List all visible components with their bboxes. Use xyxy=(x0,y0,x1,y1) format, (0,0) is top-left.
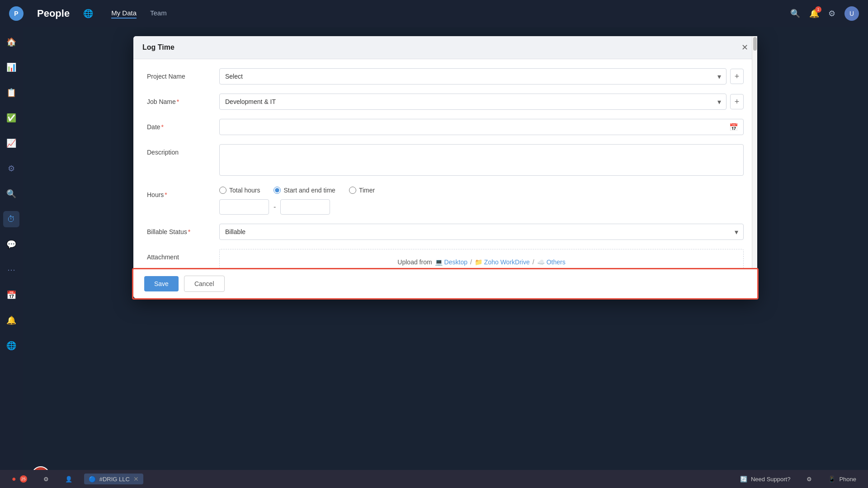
taskbar-settings[interactable]: ⚙ xyxy=(39,474,53,484)
cancel-button[interactable]: Cancel xyxy=(184,276,225,292)
sidebar-icon-analytics[interactable]: 📊 xyxy=(3,59,19,75)
attachment-row: Attachment Upload from 💻 Desktop / xyxy=(147,249,744,269)
start-end-radio[interactable] xyxy=(274,187,281,194)
sidebar-icon-timelog[interactable]: ⏱ xyxy=(3,211,19,227)
taskbar: ● 25 ⚙ 👤 🔵 #DRIG LLC ✕ 🔄 Need Support? ⚙… xyxy=(0,470,868,488)
sidebar-icon-notifications[interactable]: 🔔 xyxy=(3,312,19,328)
description-row: Description xyxy=(147,144,744,178)
total-hours-option[interactable]: Total hours xyxy=(219,187,260,194)
sidebar-icon-chat[interactable]: 💬 xyxy=(3,236,19,253)
calendar-icon[interactable]: 📅 xyxy=(729,123,738,131)
billable-required-star: * xyxy=(188,228,190,235)
search-icon[interactable]: 🔍 xyxy=(790,9,800,19)
description-control xyxy=(219,144,744,178)
settings-icon[interactable]: ⚙ xyxy=(828,9,835,19)
project-name-select[interactable]: Select xyxy=(219,68,726,84)
start-end-time-option[interactable]: Start and end time xyxy=(274,187,335,194)
description-label: Description xyxy=(147,144,210,156)
end-time-input[interactable]: 04:55 PM xyxy=(280,199,330,215)
top-nav: P People 🌐 My Data Team 🔍 🔔 1 ⚙ U xyxy=(0,0,868,27)
job-add-button[interactable]: + xyxy=(730,94,744,109)
support-button[interactable]: 🔄 Need Support? xyxy=(736,474,795,484)
support-icon: 🔄 xyxy=(740,476,747,483)
phone-button[interactable]: 📱 Phone xyxy=(824,474,861,484)
desktop-upload-link[interactable]: 💻 Desktop xyxy=(435,258,467,266)
total-hours-radio[interactable] xyxy=(219,187,226,194)
attachment-area: Upload from 💻 Desktop / 📁 Zoho WorkDrive xyxy=(219,249,744,269)
sidebar-icon-docs[interactable]: 📋 xyxy=(3,84,19,101)
timer-radio[interactable] xyxy=(349,187,356,194)
nav-link-team[interactable]: Team xyxy=(150,9,167,19)
total-hours-label: Total hours xyxy=(229,187,260,194)
others-upload-link[interactable]: ☁️ Others xyxy=(537,258,566,266)
sidebar-icon-globe[interactable]: 🌐 xyxy=(3,338,19,354)
workdrive-icon: 📁 xyxy=(475,258,482,266)
modal-header: Log Time ✕ xyxy=(133,36,757,59)
taskbar-settings-icon: ⚙ xyxy=(43,476,49,483)
project-name-label: Project Name xyxy=(147,68,210,80)
time-dash: - xyxy=(274,203,276,211)
billable-status-select[interactable]: Billable xyxy=(219,224,744,240)
scroll-indicator[interactable] xyxy=(752,36,757,298)
date-label: Date* xyxy=(147,119,210,131)
notification-icon[interactable]: 🔔 1 xyxy=(809,9,819,19)
job-required-star: * xyxy=(177,98,179,105)
project-name-select-wrap: Select ▾ xyxy=(219,68,726,84)
sidebar-icon-tasks[interactable]: ✅ xyxy=(3,110,19,126)
taskbar-zoho-icon: ● xyxy=(12,475,16,483)
main-area: 🏠 📊 📋 ✅ 📈 ⚙ 🔍 ⏱ 💬 ⋯ 📅 🔔 🌐 Log Time ✕ xyxy=(0,27,868,488)
timer-label: Timer xyxy=(359,187,375,194)
app-title: People xyxy=(37,8,70,19)
date-row: Date* 07-Jan-2025 📅 xyxy=(147,119,744,135)
others-icon: ☁️ xyxy=(537,258,545,266)
taskbar-close-icon[interactable]: ✕ xyxy=(133,475,139,483)
date-input[interactable]: 07-Jan-2025 xyxy=(219,119,744,135)
log-time-modal: Log Time ✕ Project Name Select xyxy=(133,36,757,298)
hours-label: Hours* xyxy=(147,187,210,198)
taskbar-user[interactable]: 👤 xyxy=(61,474,77,484)
taskbar-zoho[interactable]: ● 25 xyxy=(7,473,32,485)
hours-row: Hours* Total hours Start and end t xyxy=(147,187,744,215)
user-avatar[interactable]: U xyxy=(844,6,859,21)
project-name-control: Select ▾ + xyxy=(219,68,744,84)
sidebar-icon-more[interactable]: ⋯ xyxy=(3,262,19,278)
modal-footer: Save Cancel xyxy=(133,269,757,298)
support-label: Need Support? xyxy=(751,476,790,483)
nav-right: 🔍 🔔 1 ⚙ U xyxy=(790,6,859,21)
taskbar-right: 🔄 Need Support? ⚙ 📱 Phone xyxy=(736,474,861,484)
time-inputs: 09:15 AM - 04:55 PM xyxy=(219,199,744,215)
phone-icon: 📱 xyxy=(828,476,835,483)
upload-links: Upload from 💻 Desktop / 📁 Zoho WorkDrive xyxy=(229,258,734,266)
start-time-input[interactable]: 09:15 AM xyxy=(219,199,269,215)
hours-required-star: * xyxy=(165,191,167,198)
project-add-button[interactable]: + xyxy=(730,69,744,84)
taskbar-settings2-icon: ⚙ xyxy=(807,476,812,483)
attachment-control: Upload from 💻 Desktop / 📁 Zoho WorkDrive xyxy=(219,249,744,269)
left-sidebar: 🏠 📊 📋 ✅ 📈 ⚙ 🔍 ⏱ 💬 ⋯ 📅 🔔 🌐 xyxy=(0,27,23,488)
sidebar-icon-search[interactable]: 🔍 xyxy=(3,186,19,202)
save-button[interactable]: Save xyxy=(144,276,179,291)
sidebar-icon-reports[interactable]: 📈 xyxy=(3,135,19,151)
taskbar-badge: 25 xyxy=(20,475,27,483)
sidebar-icon-calendar[interactable]: 📅 xyxy=(3,287,19,303)
desktop-icon: 💻 xyxy=(435,258,443,266)
description-textarea[interactable] xyxy=(219,144,744,176)
workdrive-upload-link[interactable]: 📁 Zoho WorkDrive xyxy=(475,258,530,266)
app-logo: P xyxy=(9,6,24,21)
timer-option[interactable]: Timer xyxy=(349,187,375,194)
modal-close-button[interactable]: ✕ xyxy=(741,42,748,52)
job-name-select[interactable]: Development & IT xyxy=(219,94,726,110)
sidebar-icon-home[interactable]: 🏠 xyxy=(3,34,19,50)
hours-control: Total hours Start and end time Timer xyxy=(219,187,744,215)
footer-red-border xyxy=(132,268,759,300)
modal-title: Log Time xyxy=(142,43,175,52)
taskbar-settings2[interactable]: ⚙ xyxy=(802,474,816,484)
notification-badge: 1 xyxy=(815,6,821,13)
nav-link-mydata[interactable]: My Data xyxy=(111,9,137,19)
modal-overlay: Log Time ✕ Project Name Select xyxy=(23,27,868,488)
sidebar-icon-settings[interactable]: ⚙ xyxy=(3,160,19,177)
billable-label: Billable Status* xyxy=(147,224,210,235)
job-name-row: Job Name* Development & IT ▾ + xyxy=(147,94,744,110)
taskbar-drig[interactable]: 🔵 #DRIG LLC ✕ xyxy=(84,474,143,484)
globe-icon[interactable]: 🌐 xyxy=(83,9,93,19)
